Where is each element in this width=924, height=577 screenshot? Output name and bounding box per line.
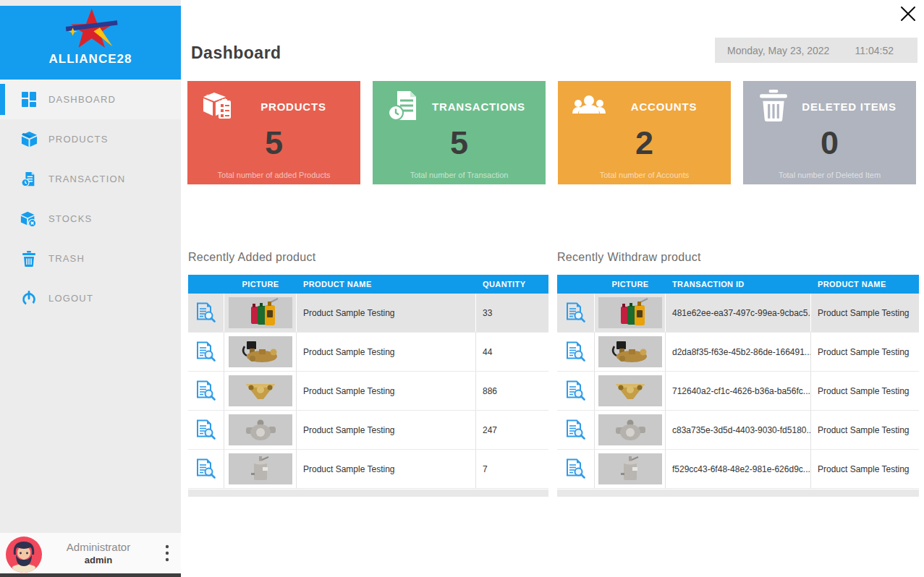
view-row-button[interactable] [188,333,224,371]
stat-card-products: PRODUCTS 5 Total number of added Product… [187,81,360,184]
quantity-cell: 7 [476,450,548,488]
alliance-star-logo-icon [56,6,125,51]
current-time: 11:04:52 [855,45,894,56]
box-clipboard-icon [202,90,235,123]
table-row[interactable]: 712640a2-cf1c-4626-b36a-ba56fc...Product… [557,372,919,411]
recently-withdraw-header-row: PICTURE TRANSACTION ID PRODUCT NAME [557,275,919,294]
view-row-button[interactable] [188,294,224,332]
app-window: ALLIANCE28 DASHBOARD [0,0,924,577]
view-document-search-icon [566,302,585,323]
metal-valve-picture [598,414,662,445]
fuel-cans-picture [598,297,662,328]
column-header-picture: PICTURE [224,280,297,288]
product-picture [598,453,662,484]
view-document-search-icon [196,302,216,323]
view-row-button[interactable] [188,450,224,488]
product-name-cell: Product Sample Testing [811,450,919,488]
view-row-button[interactable] [557,294,595,332]
product-picture [229,297,292,328]
product-name-cell: Product Sample Testing [811,294,919,332]
table-row[interactable]: Product Sample Testing44 [188,333,548,372]
recently-withdraw-section: Recently Withdraw product PICTURE TRANSA… [557,251,919,497]
picture-cell [595,333,666,371]
sidebar-item-dashboard[interactable]: DASHBOARD [0,80,181,119]
sidebar-item-trash[interactable]: TRASH [0,239,181,278]
main-content: Dashboard Monday, May 23, 2022 11:04:52 [181,0,924,577]
user-avatar [6,537,42,573]
column-header-product-name: PRODUCT NAME [811,280,919,288]
sidebar-item-transaction[interactable]: TRANSACTION [0,159,181,199]
user-info: Administrator admin [48,541,149,565]
sidebar-bottom-strip [0,573,181,577]
horizontal-scrollbar[interactable] [188,490,548,497]
quantity-cell: 247 [476,411,548,449]
stat-card-label: PRODUCTS [235,101,352,113]
sidebar-item-label: TRASH [48,253,85,264]
product-picture [598,375,662,406]
picture-cell [595,294,666,332]
table-row[interactable]: f529cc43-6f48-48e2-981e-626d9c...Product… [557,450,919,489]
sidebar-item-label: DASHBOARD [48,94,116,105]
transaction-doc-clock-icon [20,171,38,188]
view-row-button[interactable] [557,411,595,449]
column-header-transaction-id: TRANSACTION ID [666,280,811,288]
stat-card-caption: Total number of Accounts [558,171,731,179]
table-row[interactable]: Product Sample Testing33 [188,294,548,333]
metal-valve-picture [229,414,292,445]
stat-card-caption: Total number of Deleted Item [743,171,916,179]
user-panel: Administrator admin [0,533,181,573]
product-name-cell: Product Sample Testing [297,411,476,449]
product-picture [598,297,662,328]
current-date: Monday, May 23, 2022 [727,45,829,56]
view-row-button[interactable] [557,372,595,410]
user-username: admin [48,555,149,565]
sidebar-nav: DASHBOARD PRODUCTS [0,80,181,318]
trash-outline-icon [758,90,791,123]
product-picture [229,336,292,367]
recently-added-title: Recently Added product [188,251,548,264]
sidebar-item-label: LOGOUT [48,293,93,304]
product-name-cell: Product Sample Testing [297,333,476,371]
view-document-search-icon [566,419,585,440]
metal-canister-picture [229,453,292,484]
view-row-button[interactable] [188,411,224,449]
dashboard-grid-icon [20,91,38,108]
horizontal-scrollbar[interactable] [557,490,919,497]
user-menu-kebab-icon[interactable] [164,543,171,563]
table-row[interactable]: Product Sample Testing247 [188,411,548,450]
view-row-button[interactable] [188,372,224,410]
sidebar-item-stocks[interactable]: STOCKS [0,199,181,239]
brass-bracket-picture [229,375,292,406]
transaction-id-cell: 481e62ee-ea37-497c-99ea-9cbac5... [666,294,811,332]
view-row-button[interactable] [557,450,595,488]
recently-withdraw-title: Recently Withdraw product [557,251,919,264]
sidebar-item-logout[interactable]: LOGOUT [0,278,181,318]
picture-cell [224,333,297,371]
transaction-id-cell: c83a735e-3d5d-4403-9030-fd5180... [666,411,811,449]
view-document-search-icon [196,458,216,479]
recently-added-header-row: PICTURE PRODUCT NAME QUANTITY [188,275,548,294]
user-role: Administrator [48,541,149,553]
product-name-cell: Product Sample Testing [297,294,476,332]
picture-cell [224,411,297,449]
products-box-icon [20,131,38,148]
table-row[interactable]: 481e62ee-ea37-497c-99ea-9cbac5...Product… [557,294,919,333]
table-row[interactable]: c83a735e-3d5d-4403-9030-fd5180...Product… [557,411,919,450]
stat-cards: PRODUCTS 5 Total number of added Product… [187,81,916,184]
picture-cell [224,294,297,332]
stat-card-value: 2 [558,126,731,161]
product-name-cell: Product Sample Testing [811,411,919,449]
logout-power-icon [20,290,38,307]
quantity-cell: 886 [476,372,548,410]
view-row-button[interactable] [557,333,595,371]
table-row[interactable]: d2da8f35-f63e-45b2-86de-166491...Product… [557,333,919,372]
page-title: Dashboard [191,43,281,63]
close-icon[interactable] [899,4,917,23]
sidebar-item-products[interactable]: PRODUCTS [0,119,181,159]
column-header-picture: PICTURE [595,280,666,288]
stat-card-caption: Total number of Transaction [373,171,546,179]
table-row[interactable]: Product Sample Testing886 [188,372,548,411]
product-picture [229,453,292,484]
picture-cell [224,372,297,410]
table-row[interactable]: Product Sample Testing7 [188,450,548,489]
